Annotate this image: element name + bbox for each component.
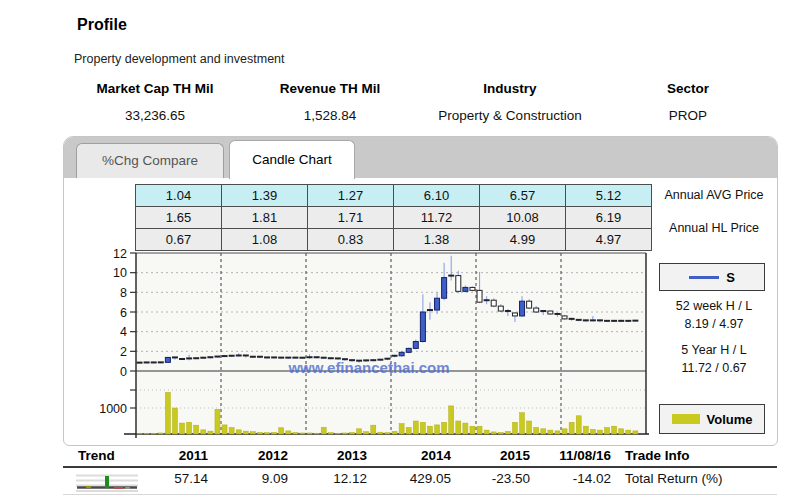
chart-panel: %Chg Compare Candle Chart 1.041.391.276.… <box>63 136 778 446</box>
svg-text:6: 6 <box>120 306 127 320</box>
bottom-divider <box>63 494 777 495</box>
volume-legend-label: Volume <box>707 412 753 427</box>
total-return-value: 429.05 <box>371 471 451 486</box>
svg-text:2: 2 <box>120 345 127 359</box>
candlestick-chart: 0246810121000www.efinancethai.com <box>96 245 652 441</box>
annual-high-cell: 1.81 <box>222 207 308 229</box>
total-return-value: -14.02 <box>531 471 611 486</box>
annual-high-cell: 6.19 <box>566 207 652 229</box>
period-header: 2015 <box>450 448 530 463</box>
annual-avg-cell: 6.57 <box>480 185 566 207</box>
total-return-value: 9.09 <box>208 471 288 486</box>
industry-label: Industry <box>420 81 600 96</box>
svg-text:4: 4 <box>120 325 127 339</box>
company-description: Property development and investment <box>74 52 285 66</box>
page-title: Profile <box>77 16 127 34</box>
annual-high-cell: 11.72 <box>394 207 480 229</box>
svg-text:8: 8 <box>120 286 127 300</box>
annual-price-table: 1.041.391.276.106.575.121.651.811.7111.7… <box>135 184 652 251</box>
tab-chg-compare[interactable]: %Chg Compare <box>76 143 224 178</box>
annual-avg-price-label: Annual AVG Price <box>650 188 778 202</box>
period-header: 2013 <box>287 448 367 463</box>
period-header: 2012 <box>208 448 288 463</box>
trend-sparkline-icon <box>76 472 138 494</box>
annual-avg-cell: 1.39 <box>222 185 308 207</box>
period-header: 2011 <box>128 448 208 463</box>
svg-text:www.efinancethai.com: www.efinancethai.com <box>287 359 449 376</box>
year5-hl-label: 5 Year H / L <box>650 343 778 357</box>
period-header: 11/08/16 <box>531 448 611 463</box>
total-return-label: Total Return (%) <box>625 471 723 486</box>
tab-strip: %Chg Compare Candle Chart <box>64 137 777 178</box>
industry-value: Property & Construction <box>420 108 600 123</box>
market-cap-value: 33,236.65 <box>85 108 225 123</box>
total-return-value: 12.12 <box>287 471 367 486</box>
header-divider <box>63 466 777 468</box>
annual-high-cell: 10.08 <box>480 207 566 229</box>
volume-legend: Volume <box>659 404 765 434</box>
revenue-label: Revenue TH Mil <box>260 81 400 96</box>
trade-info-header: Trade Info <box>625 448 690 463</box>
tab-candle-chart[interactable]: Candle Chart <box>229 140 355 179</box>
trend-header: Trend <box>78 448 115 463</box>
annual-avg-cell: 5.12 <box>566 185 652 207</box>
series-legend: S <box>659 263 765 291</box>
annual-avg-cell: 1.27 <box>308 185 394 207</box>
week52-hl-value: 8.19 / 4.97 <box>650 317 778 331</box>
svg-text:10: 10 <box>113 266 127 280</box>
annual-avg-cell: 1.04 <box>136 185 222 207</box>
week52-hl-label: 52 week H / L <box>650 299 778 313</box>
period-header: 2014 <box>371 448 451 463</box>
series-line-icon <box>689 276 719 279</box>
year5-hl-value: 11.72 / 0.67 <box>650 361 778 375</box>
revenue-value: 1,528.84 <box>260 108 400 123</box>
total-return-value: 57.14 <box>128 471 208 486</box>
annual-avg-cell: 6.10 <box>394 185 480 207</box>
volume-swatch-icon <box>672 414 700 424</box>
sector-value: PROP <box>628 108 748 123</box>
annual-high-cell: 1.65 <box>136 207 222 229</box>
total-return-value: -23.50 <box>450 471 530 486</box>
annual-high-cell: 1.71 <box>308 207 394 229</box>
svg-text:0: 0 <box>120 365 127 379</box>
sector-label: Sector <box>628 81 748 96</box>
annual-hl-price-label: Annual HL Price <box>650 221 778 235</box>
svg-text:1000: 1000 <box>99 402 127 416</box>
series-legend-label: S <box>726 270 735 285</box>
svg-text:12: 12 <box>113 247 127 261</box>
market-cap-label: Market Cap TH Mil <box>85 81 225 96</box>
